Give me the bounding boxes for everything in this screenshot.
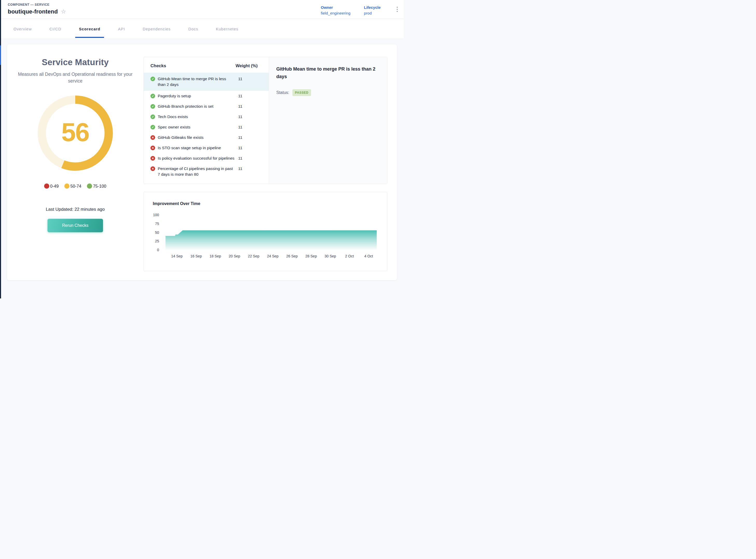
legend-dot-icon: [64, 183, 70, 189]
x-axis-tick-label: 30 Sep: [325, 254, 336, 258]
check-row[interactable]: ✕Is STO scan stage setup in pipeline11: [144, 143, 269, 153]
improvement-chart-box: Improvement Over Time 025507510014 Sep16…: [143, 192, 387, 271]
tab-overview[interactable]: Overview: [10, 19, 36, 39]
y-axis-tick-label: 25: [155, 239, 159, 243]
maturity-subtitle: Measures all DevOps and Operational read…: [14, 71, 136, 84]
tab-dependencies[interactable]: Dependencies: [139, 19, 174, 39]
weight-column-header: Weight (%): [235, 63, 266, 68]
checks-and-chart: Checks Weight (%) ✓GitHub Mean time to m…: [143, 57, 387, 280]
rail-scroll-indicator[interactable]: [0, 45, 1, 65]
check-label: Tech Docs exists: [158, 114, 238, 120]
check-weight: 11: [238, 166, 266, 172]
check-passed-icon: ✓: [151, 114, 155, 119]
y-axis-tick-label: 100: [153, 213, 159, 217]
check-row[interactable]: ✕Percentage of CI pipelines passing in p…: [144, 163, 269, 180]
status-badge: PASSED: [292, 89, 311, 96]
check-label: Spec owner exists: [158, 124, 238, 130]
scorecard-card: Service Maturity Measures all DevOps and…: [7, 44, 397, 280]
legend-label: 0-49: [50, 184, 59, 189]
kebab-menu-icon[interactable]: [394, 5, 400, 14]
check-failed-icon: ✕: [151, 146, 155, 150]
x-axis-tick-label: 2 Oct: [345, 254, 354, 258]
y-axis-tick-label: 75: [155, 222, 159, 226]
x-axis-tick-label: 26 Sep: [286, 254, 298, 258]
legend-item-75-100: 75-100: [87, 183, 106, 189]
check-label: Is policy evaluation successful for pipe…: [158, 155, 238, 161]
x-axis-tick-label: 16 Sep: [190, 254, 202, 258]
check-row[interactable]: ✓GitHub Mean time to merge PR is less th…: [144, 73, 269, 91]
checks-list-header: Checks Weight (%): [144, 63, 269, 73]
meta-block-lifecycle: Lifecycleprod: [364, 5, 381, 15]
check-failed-icon: ✕: [151, 166, 155, 171]
check-detail-title: GitHub Mean time to merge PR is less tha…: [276, 65, 380, 81]
check-row[interactable]: ✓GitHub Branch protection is set11: [144, 101, 269, 112]
rerun-checks-button[interactable]: Rerun Checks: [47, 219, 103, 232]
header-meta: Ownerfield_engineeringLifecycleprod: [321, 3, 404, 19]
window-left-rail: [0, 0, 1, 298]
maturity-score-value: 56: [37, 117, 113, 147]
check-weight: 11: [238, 76, 266, 82]
check-row[interactable]: ✓Tech Docs exists11: [144, 112, 269, 122]
maturity-panel: Service Maturity Measures all DevOps and…: [7, 44, 143, 280]
main-content: Service Maturity Measures all DevOps and…: [0, 39, 404, 280]
check-label: GitHub Branch protection is set: [158, 104, 238, 109]
x-axis-tick-label: 14 Sep: [171, 254, 183, 258]
tab-scorecard[interactable]: Scorecard: [75, 19, 104, 39]
check-passed-icon: ✓: [151, 94, 155, 98]
check-label: Is STO scan stage setup in pipeline: [158, 145, 238, 151]
legend-dot-icon: [87, 183, 92, 189]
header-left: COMPONENT — SERVICE boutique-frontend ☆: [8, 3, 66, 19]
check-weight: 11: [238, 124, 266, 130]
score-legend: 0-4950-7475-100: [7, 183, 143, 189]
favorite-star-icon[interactable]: ☆: [61, 9, 66, 15]
owner-value[interactable]: field_engineering: [321, 11, 350, 15]
maturity-donut-gauge: 56: [37, 95, 113, 171]
check-failed-icon: ✕: [151, 156, 155, 161]
tab-ci-cd[interactable]: CI/CD: [46, 19, 65, 39]
check-row[interactable]: ✕Is policy evaluation successful for pip…: [144, 153, 269, 163]
area-series-maturity-score: [165, 230, 377, 250]
check-weight: 11: [238, 135, 266, 140]
y-axis-tick-label: 0: [157, 248, 159, 252]
page-header: COMPONENT — SERVICE boutique-frontend ☆ …: [0, 0, 404, 19]
tab-kubernetes[interactable]: Kubernetes: [212, 19, 242, 39]
legend-label: 50-74: [70, 184, 81, 189]
breadcrumb: COMPONENT — SERVICE: [8, 3, 66, 6]
status-label: Status:: [276, 90, 289, 95]
x-axis-tick-label: 28 Sep: [305, 254, 317, 258]
meta-block-owner: Ownerfield_engineering: [321, 5, 350, 15]
checks-list-panel: Checks Weight (%) ✓GitHub Mean time to m…: [144, 57, 269, 184]
check-row[interactable]: ✓Pagerduty is setup11: [144, 91, 269, 101]
improvement-area-chart: 025507510014 Sep16 Sep18 Sep20 Sep22 Sep…: [144, 192, 387, 271]
checks-box: Checks Weight (%) ✓GitHub Mean time to m…: [143, 57, 387, 184]
x-axis-tick-label: 22 Sep: [248, 254, 259, 258]
check-weight: 11: [238, 104, 266, 109]
legend-label: 75-100: [93, 184, 106, 189]
check-weight: 11: [238, 93, 266, 99]
x-axis-tick-label: 4 Oct: [364, 254, 373, 258]
check-weight: 11: [238, 145, 266, 151]
y-axis-tick-label: 50: [155, 230, 159, 234]
lifecycle-value[interactable]: prod: [364, 11, 381, 15]
legend-item-0-49: 0-49: [44, 183, 59, 189]
check-row[interactable]: ✕GitHub Gitleaks file exists11: [144, 132, 269, 143]
check-label: Percentage of CI pipelines passing in pa…: [158, 166, 238, 177]
last-updated-text: Last Updated: 22 minutes ago: [7, 207, 143, 212]
legend-dot-icon: [44, 183, 49, 189]
x-axis-tick-label: 24 Sep: [267, 254, 279, 258]
legend-item-50-74: 50-74: [64, 183, 81, 189]
check-row[interactable]: ✓Spec owner exists11: [144, 122, 269, 132]
page-title: boutique-frontend: [8, 8, 58, 15]
check-failed-icon: ✕: [151, 135, 155, 140]
check-passed-icon: ✓: [151, 76, 155, 81]
check-weight: 11: [238, 114, 266, 120]
maturity-title: Service Maturity: [7, 57, 143, 67]
x-axis-tick-label: 18 Sep: [210, 254, 221, 258]
owner-label: Owner: [321, 5, 350, 9]
tab-docs[interactable]: Docs: [185, 19, 202, 39]
x-axis-tick-label: 20 Sep: [229, 254, 240, 258]
checks-column-header: Checks: [151, 63, 235, 68]
tab-api[interactable]: API: [114, 19, 129, 39]
check-detail-panel: GitHub Mean time to merge PR is less tha…: [269, 57, 387, 184]
tab-bar: OverviewCI/CDScorecardAPIDependenciesDoc…: [0, 19, 404, 39]
